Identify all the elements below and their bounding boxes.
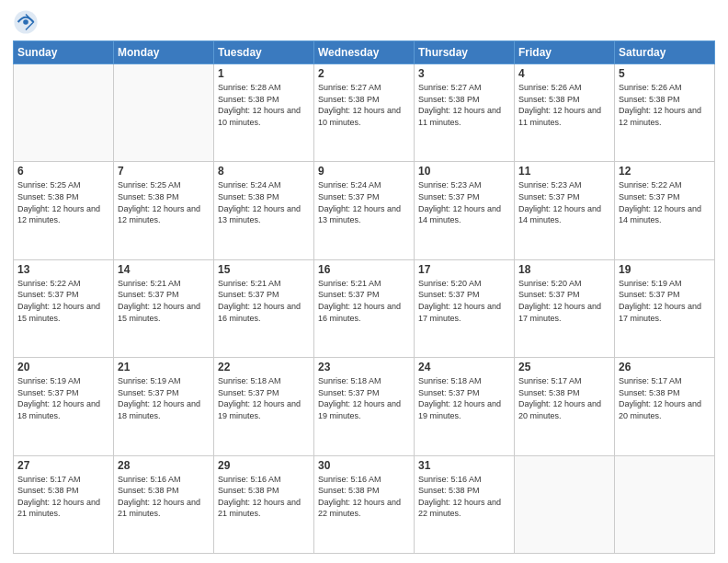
day-number: 4 bbox=[518, 67, 610, 80]
day-info: Sunrise: 5:21 AMSunset: 5:37 PMDaylight:… bbox=[218, 278, 310, 324]
day-number: 23 bbox=[318, 361, 410, 373]
day-number: 3 bbox=[418, 67, 510, 80]
day-number: 25 bbox=[518, 361, 610, 373]
week-row-2: 6Sunrise: 5:25 AMSunset: 5:38 PMDaylight… bbox=[14, 162, 715, 259]
day-info: Sunrise: 5:21 AMSunset: 5:37 PMDaylight:… bbox=[118, 278, 210, 324]
day-number: 2 bbox=[318, 67, 410, 80]
calendar-cell: 29Sunrise: 5:16 AMSunset: 5:38 PMDayligh… bbox=[214, 455, 314, 553]
weekday-friday: Friday bbox=[515, 41, 615, 64]
calendar-cell: 13Sunrise: 5:22 AMSunset: 5:37 PMDayligh… bbox=[14, 259, 114, 357]
day-number: 14 bbox=[118, 263, 210, 276]
day-number: 15 bbox=[218, 263, 310, 276]
day-info: Sunrise: 5:17 AMSunset: 5:38 PMDaylight:… bbox=[619, 375, 711, 421]
calendar-cell: 7Sunrise: 5:25 AMSunset: 5:38 PMDaylight… bbox=[114, 162, 214, 259]
day-number: 1 bbox=[218, 67, 310, 80]
day-number: 17 bbox=[418, 263, 510, 276]
week-row-3: 13Sunrise: 5:22 AMSunset: 5:37 PMDayligh… bbox=[14, 259, 715, 357]
page: SundayMondayTuesdayWednesdayThursdayFrid… bbox=[0, 0, 728, 563]
day-number: 30 bbox=[318, 459, 410, 472]
day-info: Sunrise: 5:27 AMSunset: 5:38 PMDaylight:… bbox=[318, 82, 410, 128]
calendar-cell: 9Sunrise: 5:24 AMSunset: 5:37 PMDaylight… bbox=[314, 162, 415, 259]
calendar-cell: 1Sunrise: 5:28 AMSunset: 5:38 PMDaylight… bbox=[214, 64, 314, 162]
calendar-cell: 31Sunrise: 5:16 AMSunset: 5:38 PMDayligh… bbox=[415, 455, 515, 553]
calendar-cell: 24Sunrise: 5:18 AMSunset: 5:37 PMDayligh… bbox=[415, 358, 515, 455]
day-info: Sunrise: 5:18 AMSunset: 5:37 PMDaylight:… bbox=[418, 375, 510, 421]
calendar-cell: 15Sunrise: 5:21 AMSunset: 5:37 PMDayligh… bbox=[214, 259, 314, 357]
day-number: 26 bbox=[619, 361, 711, 373]
day-number: 13 bbox=[17, 263, 109, 276]
day-number: 28 bbox=[118, 459, 210, 472]
day-info: Sunrise: 5:26 AMSunset: 5:38 PMDaylight:… bbox=[518, 82, 610, 128]
day-info: Sunrise: 5:20 AMSunset: 5:37 PMDaylight:… bbox=[418, 278, 510, 324]
day-info: Sunrise: 5:24 AMSunset: 5:38 PMDaylight:… bbox=[218, 179, 310, 225]
calendar-cell: 23Sunrise: 5:18 AMSunset: 5:37 PMDayligh… bbox=[314, 358, 415, 455]
weekday-monday: Monday bbox=[114, 41, 214, 64]
day-info: Sunrise: 5:26 AMSunset: 5:38 PMDaylight:… bbox=[619, 82, 711, 128]
calendar-cell: 16Sunrise: 5:21 AMSunset: 5:37 PMDayligh… bbox=[314, 259, 415, 357]
day-info: Sunrise: 5:16 AMSunset: 5:38 PMDaylight:… bbox=[318, 474, 410, 520]
day-info: Sunrise: 5:16 AMSunset: 5:38 PMDaylight:… bbox=[118, 474, 210, 520]
day-info: Sunrise: 5:25 AMSunset: 5:38 PMDaylight:… bbox=[17, 179, 109, 225]
calendar-cell: 30Sunrise: 5:16 AMSunset: 5:38 PMDayligh… bbox=[314, 455, 415, 553]
day-info: Sunrise: 5:18 AMSunset: 5:37 PMDaylight:… bbox=[318, 375, 410, 421]
calendar-cell: 5Sunrise: 5:26 AMSunset: 5:38 PMDaylight… bbox=[615, 64, 715, 162]
day-number: 12 bbox=[619, 165, 711, 178]
calendar-cell: 4Sunrise: 5:26 AMSunset: 5:38 PMDaylight… bbox=[515, 64, 615, 162]
day-number: 31 bbox=[418, 459, 510, 472]
day-info: Sunrise: 5:18 AMSunset: 5:37 PMDaylight:… bbox=[218, 375, 310, 421]
calendar-cell: 19Sunrise: 5:19 AMSunset: 5:37 PMDayligh… bbox=[615, 259, 715, 357]
day-number: 19 bbox=[619, 263, 711, 276]
day-number: 11 bbox=[518, 165, 610, 178]
weekday-header-row: SundayMondayTuesdayWednesdayThursdayFrid… bbox=[14, 41, 715, 64]
calendar-cell: 20Sunrise: 5:19 AMSunset: 5:37 PMDayligh… bbox=[14, 358, 114, 455]
day-info: Sunrise: 5:25 AMSunset: 5:38 PMDaylight:… bbox=[118, 179, 210, 225]
calendar-cell bbox=[615, 455, 715, 553]
header bbox=[13, 9, 715, 35]
day-number: 24 bbox=[418, 361, 510, 373]
calendar-cell: 26Sunrise: 5:17 AMSunset: 5:38 PMDayligh… bbox=[615, 358, 715, 455]
day-info: Sunrise: 5:21 AMSunset: 5:37 PMDaylight:… bbox=[318, 278, 410, 324]
calendar-cell: 11Sunrise: 5:23 AMSunset: 5:37 PMDayligh… bbox=[515, 162, 615, 259]
day-info: Sunrise: 5:22 AMSunset: 5:37 PMDaylight:… bbox=[17, 278, 109, 324]
calendar-cell: 28Sunrise: 5:16 AMSunset: 5:38 PMDayligh… bbox=[114, 455, 214, 553]
day-number: 29 bbox=[218, 459, 310, 472]
day-info: Sunrise: 5:19 AMSunset: 5:37 PMDaylight:… bbox=[118, 375, 210, 421]
calendar-cell: 18Sunrise: 5:20 AMSunset: 5:37 PMDayligh… bbox=[515, 259, 615, 357]
week-row-5: 27Sunrise: 5:17 AMSunset: 5:38 PMDayligh… bbox=[14, 455, 715, 553]
day-info: Sunrise: 5:23 AMSunset: 5:37 PMDaylight:… bbox=[418, 179, 510, 225]
day-number: 9 bbox=[318, 165, 410, 178]
day-info: Sunrise: 5:17 AMSunset: 5:38 PMDaylight:… bbox=[518, 375, 610, 421]
day-number: 6 bbox=[17, 165, 109, 178]
calendar-cell: 10Sunrise: 5:23 AMSunset: 5:37 PMDayligh… bbox=[415, 162, 515, 259]
day-number: 5 bbox=[619, 67, 711, 80]
calendar-cell: 21Sunrise: 5:19 AMSunset: 5:37 PMDayligh… bbox=[114, 358, 214, 455]
calendar-cell: 25Sunrise: 5:17 AMSunset: 5:38 PMDayligh… bbox=[515, 358, 615, 455]
day-number: 21 bbox=[118, 361, 210, 373]
calendar-cell: 17Sunrise: 5:20 AMSunset: 5:37 PMDayligh… bbox=[415, 259, 515, 357]
day-number: 22 bbox=[218, 361, 310, 373]
day-number: 20 bbox=[17, 361, 109, 373]
day-info: Sunrise: 5:16 AMSunset: 5:38 PMDaylight:… bbox=[418, 474, 510, 520]
svg-point-1 bbox=[23, 19, 28, 25]
weekday-saturday: Saturday bbox=[615, 41, 715, 64]
logo bbox=[13, 9, 42, 35]
day-number: 10 bbox=[418, 165, 510, 178]
day-info: Sunrise: 5:23 AMSunset: 5:37 PMDaylight:… bbox=[518, 179, 610, 225]
day-info: Sunrise: 5:16 AMSunset: 5:38 PMDaylight:… bbox=[218, 474, 310, 520]
day-info: Sunrise: 5:24 AMSunset: 5:37 PMDaylight:… bbox=[318, 179, 410, 225]
calendar-table: SundayMondayTuesdayWednesdayThursdayFrid… bbox=[13, 40, 715, 554]
logo-icon bbox=[13, 9, 39, 35]
day-number: 16 bbox=[318, 263, 410, 276]
day-info: Sunrise: 5:28 AMSunset: 5:38 PMDaylight:… bbox=[218, 82, 310, 128]
calendar-cell: 3Sunrise: 5:27 AMSunset: 5:38 PMDaylight… bbox=[415, 64, 515, 162]
weekday-sunday: Sunday bbox=[14, 41, 114, 64]
calendar-cell bbox=[14, 64, 114, 162]
day-info: Sunrise: 5:22 AMSunset: 5:37 PMDaylight:… bbox=[619, 179, 711, 225]
day-number: 27 bbox=[17, 459, 109, 472]
weekday-tuesday: Tuesday bbox=[214, 41, 314, 64]
weekday-thursday: Thursday bbox=[415, 41, 515, 64]
day-number: 7 bbox=[118, 165, 210, 178]
day-info: Sunrise: 5:19 AMSunset: 5:37 PMDaylight:… bbox=[17, 375, 109, 421]
calendar-cell: 12Sunrise: 5:22 AMSunset: 5:37 PMDayligh… bbox=[615, 162, 715, 259]
week-row-1: 1Sunrise: 5:28 AMSunset: 5:38 PMDaylight… bbox=[14, 64, 715, 162]
